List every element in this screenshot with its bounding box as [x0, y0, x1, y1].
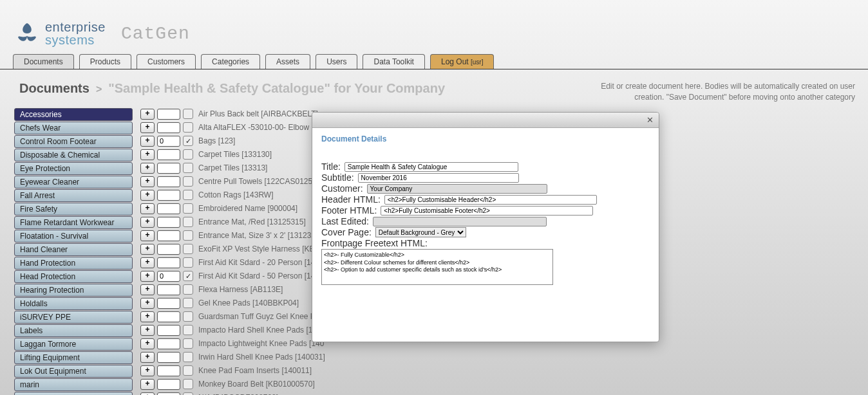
checkbox[interactable]	[183, 379, 193, 389]
checkbox[interactable]	[183, 122, 193, 133]
add-button[interactable]: +	[140, 203, 155, 214]
checkbox[interactable]	[183, 284, 193, 295]
checkbox[interactable]	[183, 365, 193, 376]
sidebar-item-eye-protection[interactable]: Eye Protection	[14, 162, 133, 175]
add-button[interactable]: +	[140, 257, 155, 268]
add-button[interactable]: +	[140, 190, 155, 201]
quantity-input[interactable]	[157, 122, 180, 133]
close-icon[interactable]: ✕	[645, 115, 655, 125]
add-button[interactable]: +	[140, 149, 155, 160]
checkbox[interactable]	[183, 190, 193, 200]
sidebar-item-accessories[interactable]: Accessories	[14, 108, 133, 121]
quantity-input[interactable]	[157, 149, 180, 160]
checkbox[interactable]	[183, 352, 193, 362]
add-button[interactable]: +	[140, 230, 155, 241]
checkbox[interactable]	[183, 203, 193, 214]
quantity-input[interactable]	[157, 136, 180, 147]
quantity-input[interactable]	[157, 325, 180, 336]
sidebar-item-lifting-equipment[interactable]: Lifting Equipment	[14, 351, 133, 364]
add-button[interactable]: +	[140, 217, 155, 228]
add-button[interactable]: +	[140, 325, 155, 336]
checkbox[interactable]	[183, 109, 193, 119]
quantity-input[interactable]	[157, 257, 180, 268]
checkbox[interactable]	[183, 257, 193, 268]
sidebar-item-fire-safety[interactable]: Fire Safety	[14, 203, 133, 216]
tab-categories[interactable]: Categories	[201, 54, 260, 69]
quantity-input[interactable]	[157, 109, 180, 120]
quantity-input[interactable]	[157, 217, 180, 228]
sidebar-item-eyewear-cleaner[interactable]: Eyewear Cleaner	[14, 176, 133, 188]
quantity-input[interactable]	[157, 203, 180, 214]
add-button[interactable]: +	[140, 379, 155, 390]
quantity-input[interactable]	[157, 190, 180, 201]
sidebar-item-mpi-offshore[interactable]: MPI Offshore	[14, 392, 133, 395]
quantity-input[interactable]	[157, 365, 180, 376]
title-input[interactable]	[344, 162, 518, 172]
add-button[interactable]: +	[140, 284, 155, 295]
cover-select[interactable]: Default Background - Grey	[375, 227, 466, 237]
tab-documents[interactable]: Documents	[13, 54, 74, 69]
tab-products[interactable]: Products	[79, 54, 131, 69]
tab-users[interactable]: Users	[316, 54, 357, 69]
add-button[interactable]: +	[140, 271, 155, 282]
freetext-textarea[interactable]	[321, 249, 553, 285]
sidebar-item-holdalls[interactable]: Holdalls	[14, 297, 133, 310]
sidebar-item-hand-cleaner[interactable]: Hand Cleaner	[14, 243, 133, 256]
add-button[interactable]: +	[140, 352, 155, 363]
quantity-input[interactable]	[157, 176, 180, 187]
logout-button[interactable]: Log Out [usr]	[430, 54, 494, 69]
sidebar-item-control-room-footear[interactable]: Control Room Footear	[14, 135, 133, 148]
tab-assets[interactable]: Assets	[265, 54, 310, 69]
quantity-input[interactable]	[157, 352, 180, 363]
add-button[interactable]: +	[140, 176, 155, 187]
add-button[interactable]: +	[140, 136, 155, 147]
add-button[interactable]: +	[140, 311, 155, 322]
add-button[interactable]: +	[140, 338, 155, 349]
checkbox[interactable]: ✓	[183, 136, 193, 146]
sidebar-item-lok-out-equipment[interactable]: Lok Out Equipment	[14, 365, 133, 378]
checkbox[interactable]	[183, 244, 193, 254]
checkbox[interactable]	[183, 311, 193, 322]
sidebar-item-marin[interactable]: marin	[14, 378, 133, 391]
checkbox[interactable]	[183, 298, 193, 308]
add-button[interactable]: +	[140, 109, 155, 120]
sidebar-item-chefs-wear[interactable]: Chefs Wear	[14, 122, 133, 134]
quantity-input[interactable]	[157, 271, 180, 282]
checkbox[interactable]	[183, 163, 193, 173]
quantity-input[interactable]	[157, 230, 180, 241]
tab-data-toolkit[interactable]: Data Toolkit	[363, 54, 424, 69]
checkbox[interactable]	[183, 176, 193, 187]
checkbox[interactable]	[183, 217, 193, 227]
add-button[interactable]: +	[140, 163, 155, 174]
quantity-input[interactable]	[157, 298, 180, 309]
sidebar-item-hearing-protection[interactable]: Hearing Protection	[14, 284, 133, 297]
add-button[interactable]: +	[140, 122, 155, 133]
quantity-input[interactable]	[157, 338, 180, 349]
sidebar-item-disposable-chemical[interactable]: Disposable & Chemical	[14, 149, 133, 161]
quantity-input[interactable]	[157, 244, 180, 255]
sidebar-item-isurvey-ppe[interactable]: iSURVEY PPE	[14, 311, 133, 324]
checkbox[interactable]	[183, 149, 193, 160]
add-button[interactable]: +	[140, 244, 155, 255]
quantity-input[interactable]	[157, 311, 180, 322]
quantity-input[interactable]	[157, 379, 180, 390]
add-button[interactable]: +	[140, 392, 155, 395]
quantity-input[interactable]	[157, 284, 180, 295]
quantity-input[interactable]	[157, 392, 180, 395]
header-input[interactable]	[384, 195, 597, 205]
dialog-titlebar[interactable]: ✕	[312, 113, 659, 128]
footer-input[interactable]	[381, 206, 593, 216]
sidebar-item-flame-retardant-workwear[interactable]: Flame Retardant Workwear	[14, 216, 133, 229]
checkbox[interactable]	[183, 230, 193, 241]
sidebar-item-labels[interactable]: Labels	[14, 324, 133, 337]
subtitle-input[interactable]	[358, 173, 519, 183]
add-button[interactable]: +	[140, 298, 155, 309]
checkbox[interactable]: ✓	[183, 271, 193, 281]
add-button[interactable]: +	[140, 365, 155, 376]
quantity-input[interactable]	[157, 163, 180, 174]
sidebar-item-fall-arrest[interactable]: Fall Arrest	[14, 189, 133, 202]
checkbox[interactable]	[183, 325, 193, 335]
sidebar-item-laggan-tormore[interactable]: Laggan Tormore	[14, 338, 133, 351]
sidebar-item-head-protection[interactable]: Head Protection	[14, 270, 133, 283]
checkbox[interactable]	[183, 392, 193, 395]
